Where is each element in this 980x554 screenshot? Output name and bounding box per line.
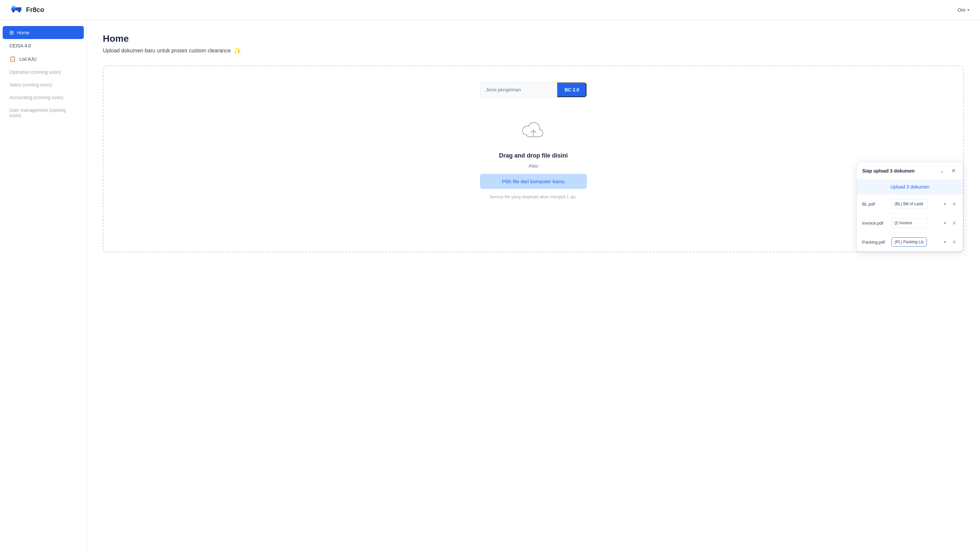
- svg-marker-2: [16, 7, 21, 11]
- sidebar-item-list-aju[interactable]: 📋 List AJU: [3, 53, 84, 65]
- drag-drop-text: Drag and drop file disini: [499, 152, 568, 159]
- sidebar-item-label: Home: [17, 30, 29, 35]
- upload-panel-header: Siap upload 3 dokumen ⌄ ✕: [857, 162, 963, 180]
- doc-type-select-2[interactable]: (BL) Bill of Ladd (I) Invoice (PL) Packi…: [891, 237, 927, 247]
- doc-row-0: BL.pdf (BL) Bill of Ladd (I) Invoice (PL…: [857, 194, 963, 213]
- sidebar-item-home[interactable]: ⊞ Home: [3, 26, 84, 39]
- user-menu[interactable]: Oni ▾: [958, 7, 969, 13]
- logo-text: Fr8co: [26, 6, 44, 14]
- jenis-badge[interactable]: BC 2.0: [557, 83, 587, 97]
- page-title: Home: [103, 33, 964, 44]
- main-content: Home Upload dokumen baru untuk proses cu…: [87, 20, 980, 554]
- jenis-pengiriman-row: Jenis pengiriman BC 2.0: [480, 82, 587, 97]
- sidebar-item-label: User management (coming soon): [10, 107, 77, 118]
- doc-row-1: Invoice.pdf (BL) Bill of Ladd (I) Invoic…: [857, 213, 963, 232]
- chevron-down-icon: ▾: [967, 8, 969, 12]
- cloud-upload-icon: [520, 118, 547, 145]
- header: Fr8co Oni ▾: [0, 0, 980, 20]
- atau-text: Atau: [529, 163, 538, 169]
- cloud-icon: [520, 118, 547, 144]
- doc-type-select-1[interactable]: (BL) Bill of Ladd (I) Invoice (PL) Packi…: [891, 218, 928, 228]
- page-subtitle: Upload dokumen baru untuk proses custom …: [103, 47, 964, 55]
- svg-point-4: [18, 10, 21, 12]
- sparkle-icon: ✨: [233, 47, 242, 55]
- layout: ⊞ Home CEISA 4.0 📋 List AJU Operation (c…: [0, 20, 980, 554]
- doc-type-wrapper-0: (BL) Bill of Ladd (I) Invoice (PL) Packi…: [891, 199, 948, 209]
- collapse-button[interactable]: ⌄: [938, 167, 946, 175]
- sidebar-item-label: Operation (coming soon): [10, 69, 61, 75]
- panel-actions: ⌄ ✕: [938, 167, 958, 175]
- doc-row-2: Packing.pdf (BL) Bill of Ladd (I) Invoic…: [857, 232, 963, 251]
- svg-rect-1: [12, 6, 15, 8]
- doc-remove-button-0[interactable]: ✕: [951, 201, 958, 207]
- sidebar-item-label: CEISA 4.0: [10, 43, 31, 48]
- doc-name-2: Packing.pdf: [862, 240, 889, 245]
- upload-panel-title: Siap upload 3 dokumen: [862, 168, 915, 174]
- user-name: Oni: [958, 7, 965, 13]
- sidebar-item-operation: Operation (coming soon): [3, 66, 84, 78]
- upload-panel: Siap upload 3 dokumen ⌄ ✕ Upload 3 dokum…: [856, 162, 963, 252]
- doc-type-wrapper-1: (BL) Bill of Ladd (I) Invoice (PL) Packi…: [891, 218, 948, 228]
- doc-type-select-0[interactable]: (BL) Bill of Ladd (I) Invoice (PL) Packi…: [891, 199, 928, 209]
- svg-point-3: [12, 10, 14, 12]
- doc-type-wrapper-2: (BL) Bill of Ladd (I) Invoice (PL) Packi…: [891, 237, 948, 247]
- sidebar-item-ceisa[interactable]: CEISA 4.0: [3, 40, 84, 52]
- sidebar-item-label: Accounting (coming soon): [10, 95, 64, 100]
- sidebar-item-label: Sales (coming soon): [10, 82, 52, 88]
- sidebar-item-label: List AJU: [19, 56, 37, 62]
- logo-icon: [11, 4, 23, 16]
- doc-remove-button-1[interactable]: ✕: [951, 220, 958, 226]
- doc-remove-button-2[interactable]: ✕: [951, 239, 958, 245]
- logo: Fr8co: [11, 4, 44, 16]
- book-icon: 📋: [10, 56, 16, 62]
- doc-name-1: Invoice.pdf: [862, 221, 889, 226]
- upload-all-button[interactable]: Upload 3 dokumen: [857, 180, 963, 194]
- doc-name-0: BL.pdf: [862, 202, 889, 207]
- pick-file-button[interactable]: Pilih file dari komputer kamu: [480, 174, 587, 189]
- sidebar-item-user-management: User management (coming soon): [3, 104, 84, 121]
- sidebar-item-sales: Sales (coming soon): [3, 79, 84, 91]
- sidebar-item-accounting: Accounting (coming soon): [3, 91, 84, 103]
- note-text: Semua file yang diupload akan menjadi 1 …: [490, 194, 577, 199]
- jenis-label: Jenis pengiriman: [480, 83, 557, 96]
- sidebar: ⊞ Home CEISA 4.0 📋 List AJU Operation (c…: [0, 20, 87, 554]
- upload-card: Jenis pengiriman BC 2.0 Drag and drop fi…: [103, 65, 964, 252]
- home-icon: ⊞: [10, 29, 14, 36]
- close-panel-button[interactable]: ✕: [949, 167, 958, 175]
